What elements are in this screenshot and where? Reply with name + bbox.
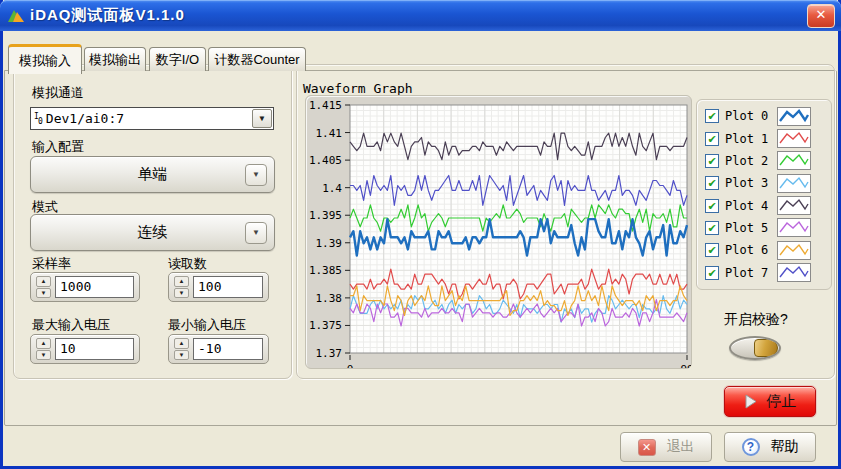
channel-label: 模拟通道: [32, 84, 84, 102]
spin-up-icon[interactable]: ▲: [36, 338, 51, 349]
sample-rate-control: ▲ ▼ 1000: [30, 272, 140, 302]
tab-analog-input[interactable]: 模拟输入: [8, 44, 82, 74]
svg-text:1.395: 1.395: [309, 209, 342, 222]
legend-plot-label: Plot 3: [725, 176, 771, 190]
legend-row: ✔Plot 6: [705, 240, 831, 260]
toggle-knob-icon[interactable]: [754, 339, 778, 357]
app-logo-icon: [8, 8, 26, 23]
mode-dropdown-icon[interactable]: ▼: [245, 222, 267, 244]
legend-checkbox[interactable]: ✔: [705, 221, 719, 235]
stop-button[interactable]: 停止: [724, 386, 816, 417]
tab-analog-output[interactable]: 模拟输出: [84, 47, 146, 71]
legend-line-sample-icon[interactable]: [777, 107, 811, 126]
max-voltage-control: ▲ ▼ 10: [30, 334, 140, 364]
legend-plot-label: Plot 2: [725, 154, 771, 168]
legend-line-sample-icon[interactable]: [777, 241, 811, 260]
svg-text:1.375: 1.375: [309, 319, 342, 332]
legend-row: ✔Plot 4: [705, 196, 831, 216]
legend-checkbox[interactable]: ✔: [705, 109, 719, 123]
spin-down-icon[interactable]: ▼: [174, 288, 189, 299]
max-voltage-stepper[interactable]: ▲ ▼: [36, 338, 51, 360]
app-window: iDAQ测试面板V1.1.0 ✕ 模拟输入 模拟输出 数字I/O 计数器Coun…: [0, 0, 841, 469]
run-arrow-icon: [744, 394, 758, 409]
legend-checkbox[interactable]: ✔: [705, 199, 719, 213]
svg-text:1.37: 1.37: [316, 347, 343, 360]
spin-down-icon[interactable]: ▼: [36, 288, 51, 299]
window-title: iDAQ测试面板V1.1.0: [30, 6, 185, 25]
exit-x-icon: ✕: [638, 439, 656, 456]
close-icon[interactable]: ✕: [807, 4, 835, 28]
legend-plot-label: Plot 1: [725, 132, 771, 146]
help-question-icon: ?: [742, 438, 760, 456]
read-count-label: 读取数: [168, 255, 207, 273]
verify-toggle[interactable]: [729, 336, 781, 360]
read-count-field[interactable]: 100: [193, 276, 263, 298]
legend-line-sample-icon[interactable]: [777, 129, 811, 148]
sample-rate-label: 采样率: [32, 255, 71, 273]
plot-legend: ✔Plot 0✔Plot 1✔Plot 2✔Plot 3✔Plot 4✔Plot…: [696, 99, 832, 290]
svg-text:1.385: 1.385: [309, 264, 342, 277]
legend-plot-label: Plot 0: [725, 109, 771, 123]
verify-label: 开启校验?: [706, 311, 806, 329]
mode-dropdown[interactable]: 连续 ▼: [30, 214, 275, 251]
svg-text:1.405: 1.405: [309, 154, 342, 167]
legend-row: ✔Plot 3: [705, 173, 831, 193]
input-config-label: 输入配置: [32, 138, 84, 156]
svg-text:1.38: 1.38: [316, 292, 343, 305]
read-count-control: ▲ ▼ 100: [168, 272, 269, 302]
legend-line-sample-icon[interactable]: [777, 218, 811, 237]
read-count-stepper[interactable]: ▲ ▼: [174, 276, 189, 298]
legend-checkbox[interactable]: ✔: [705, 243, 719, 257]
legend-checkbox[interactable]: ✔: [705, 176, 719, 190]
legend-row: ✔Plot 7: [705, 263, 831, 283]
channel-value: Dev1/ai0:7: [46, 111, 124, 126]
svg-text:1.415: 1.415: [309, 99, 342, 112]
spin-down-icon[interactable]: ▼: [174, 350, 189, 361]
legend-row: ✔Plot 1: [705, 129, 831, 149]
waveform-plot-area: 1.4151.411.4051.41.3951.391.3851.381.375…: [306, 96, 691, 368]
legend-checkbox[interactable]: ✔: [705, 132, 719, 146]
input-config-value: 单端: [138, 165, 168, 184]
legend-line-sample-icon[interactable]: [777, 196, 811, 215]
legend-row: ✔Plot 2: [705, 151, 831, 171]
spin-up-icon[interactable]: ▲: [174, 276, 189, 287]
max-voltage-label: 最大输入电压: [32, 316, 110, 334]
legend-checkbox[interactable]: ✔: [705, 266, 719, 280]
exit-button[interactable]: ✕ 退出: [620, 432, 712, 462]
help-button[interactable]: ? 帮助: [724, 432, 816, 462]
min-voltage-stepper[interactable]: ▲ ▼: [174, 338, 189, 360]
sample-rate-field[interactable]: 1000: [55, 276, 134, 298]
svg-text:1.39: 1.39: [316, 237, 343, 250]
min-voltage-label: 最小输入电压: [168, 316, 246, 334]
legend-plot-label: Plot 5: [725, 221, 771, 235]
legend-line-sample-icon[interactable]: [777, 151, 811, 170]
spin-up-icon[interactable]: ▲: [36, 276, 51, 287]
max-voltage-field[interactable]: 10: [55, 338, 134, 360]
min-voltage-field[interactable]: -10: [193, 338, 263, 360]
svg-text:1.4: 1.4: [322, 182, 342, 195]
channel-combo[interactable]: I0 Dev1/ai0:7 ▼: [30, 107, 274, 130]
spin-up-icon[interactable]: ▲: [174, 338, 189, 349]
legend-plot-label: Plot 6: [725, 243, 771, 257]
tab-counter[interactable]: 计数器Counter: [208, 47, 306, 71]
help-button-label: 帮助: [771, 438, 799, 456]
legend-line-sample-icon[interactable]: [777, 263, 811, 282]
svg-text:99: 99: [680, 363, 691, 368]
sample-rate-stepper[interactable]: ▲ ▼: [36, 276, 51, 298]
stop-button-label: 停止: [767, 392, 797, 411]
exit-button-label: 退出: [667, 438, 695, 456]
channel-dropdown-icon[interactable]: ▼: [252, 109, 272, 128]
svg-text:1.41: 1.41: [316, 127, 343, 140]
legend-checkbox[interactable]: ✔: [705, 154, 719, 168]
input-config-dropdown[interactable]: 单端 ▼: [30, 156, 275, 193]
legend-line-sample-icon[interactable]: [777, 174, 811, 193]
mode-value: 连续: [138, 223, 168, 242]
legend-plot-label: Plot 4: [725, 199, 771, 213]
svg-text:0: 0: [347, 363, 354, 368]
legend-plot-label: Plot 7: [725, 266, 771, 280]
spin-down-icon[interactable]: ▼: [36, 350, 51, 361]
input-config-dropdown-icon[interactable]: ▼: [245, 164, 267, 186]
graph-title: Waveform Graph: [303, 81, 413, 96]
tab-digital-io[interactable]: 数字I/O: [149, 47, 206, 71]
title-bar[interactable]: iDAQ测试面板V1.1.0 ✕: [0, 0, 841, 31]
